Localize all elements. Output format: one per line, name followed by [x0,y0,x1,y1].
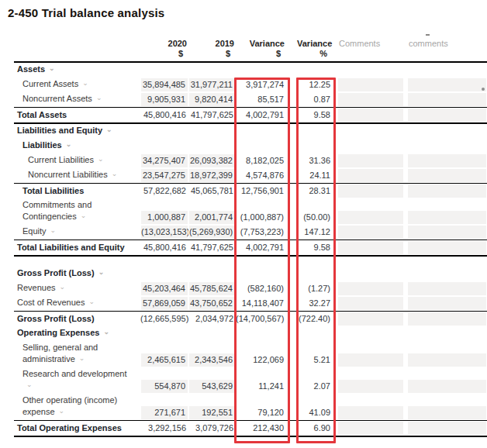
column-header-2019[interactable]: 2019 $ [188,39,236,59]
cell-comments-2-field[interactable] [407,327,487,340]
chevron-down-icon[interactable]: ⌄ [66,139,72,150]
row-label: Selling, general and administrative⌄ [14,342,140,367]
cell-comments-2-field[interactable] [407,312,487,326]
cell-variance-pct-value: 147.12 [297,226,333,239]
row-label: Total Liabilities and Equity [14,242,140,255]
cell-comments-field[interactable] [337,125,404,138]
cell-comments-field[interactable] [337,169,404,182]
cell-comments-field[interactable] [337,353,404,367]
cell-comments-field[interactable] [337,267,404,281]
table-row: Commitments and Contingencies⌄1,000,8872… [14,198,487,225]
cell-comments-2-field[interactable] [407,267,487,281]
cell-comments-field[interactable] [337,282,404,295]
chevron-down-icon[interactable]: ⌄ [112,168,118,180]
chevron-down-icon[interactable]: ⌄ [59,405,65,417]
cell-variance-usd-value: 3,917,274 [236,78,286,91]
table-row: Assets⌄ [14,63,487,78]
cell-comments-2-field[interactable] [407,93,487,106]
cell-2020-value: 1,000,887 [140,211,188,224]
row-label-text: Total Liabilities and Equity [17,243,125,252]
table-row: Selling, general and administrative⌄2,46… [14,341,487,367]
cell-2019-value: 192,551 [188,406,236,419]
cell-2019-value: 2,001,774 [188,211,236,224]
chevron-down-icon[interactable]: ⌄ [50,225,57,236]
cell-comments-2-field[interactable] [407,241,487,254]
table-row: Liabilities and Equity⌄ [14,124,487,139]
row-label: Research and development⌄ [14,368,140,394]
column-header-variance-pct[interactable]: Variance % [297,39,333,59]
table-row: Cost of Revenues⌄57,869,05943,750,65214,… [14,296,487,311]
cell-comments-field[interactable] [337,140,404,153]
cell-comments-field[interactable] [337,93,404,106]
cell-variance-pct-value [297,64,333,77]
chevron-down-icon[interactable]: ⌄ [26,379,33,391]
cell-comments-2-field[interactable] [407,353,487,367]
cell-2020-value: 2,465,615 [140,353,188,367]
cell-variance-usd-value: 4,002,791 [236,109,286,122]
cell-comments-2-field[interactable] [407,109,487,122]
chevron-down-icon[interactable]: ⌄ [88,296,95,308]
cell-2020-value: (13,023,153) [140,226,188,239]
chevron-down-icon[interactable]: ⌄ [82,78,88,89]
cell-variance-usd-value [236,125,286,138]
column-header-2020[interactable]: 2020 $ [140,39,188,59]
table-row: Operating Expenses⌄ [14,326,487,341]
cell-comments-field[interactable] [337,241,404,254]
cell-comments-2-field[interactable] [407,297,487,310]
cell-comments-2-field[interactable] [407,125,487,138]
column-header-comments[interactable]: Comments [337,39,404,59]
chevron-down-icon[interactable]: ⌄ [79,353,85,364]
cell-comments-2-field[interactable] [407,406,487,419]
chevron-down-icon[interactable]: ⌄ [49,63,55,74]
cell-comments-field[interactable] [337,380,404,393]
cell-comments-2-field[interactable] [407,184,487,198]
chevron-down-icon[interactable]: ⌄ [81,210,87,222]
cell-comments-field[interactable] [337,154,404,167]
cell-comments-field[interactable] [337,78,404,91]
cell-comments-field[interactable] [337,109,404,122]
cell-comments-2-field[interactable] [407,422,487,435]
chevron-down-icon[interactable]: ⌄ [103,326,109,338]
cell-2019-value: 2,343,546 [188,353,236,367]
cell-comments-field[interactable] [337,64,404,77]
cell-comments-field[interactable] [337,312,404,326]
cell-comments-2-field[interactable] [407,78,487,91]
row-label-text: Current Liabilities [28,155,94,164]
cell-comments-2-field[interactable] [407,154,487,167]
cell-comments-field[interactable] [337,422,404,435]
cell-comments-field[interactable] [337,297,404,310]
column-header-variance-usd[interactable]: Variance $ [236,39,286,59]
cell-comments-field[interactable] [337,226,404,239]
cell-comments-field[interactable] [337,406,404,419]
cell-2020-value: 3,292,156 [140,422,188,435]
cell-comments-2-field[interactable] [407,226,487,239]
chevron-down-icon[interactable]: ⌄ [98,267,105,278]
cell-2019-value: 9,820,414 [188,93,236,106]
cell-2019-value [188,267,236,281]
row-label: Operating Expenses⌄ [14,327,140,341]
row-label-text: Equity [22,226,47,236]
cell-comments-2-field[interactable] [407,282,487,295]
cell-comments-2-field[interactable] [407,140,487,153]
cell-variance-pct-value [297,125,333,138]
row-label: Gross Profit (Loss) [14,313,140,326]
chevron-down-icon[interactable]: ⌄ [106,124,112,136]
cell-comments-field[interactable] [337,327,404,340]
trial-balance-table: 2020 $ 2019 $ Variance $ Variance % Comm… [14,39,487,437]
table-row: Gross Profit (Loss)(12,665,595)2,034,972… [14,311,487,326]
cell-comments-field[interactable] [337,184,404,198]
cell-comments-2-field[interactable] [407,380,487,393]
cell-comments-2-field[interactable] [407,64,487,77]
cell-variance-usd-value: 12,756,901 [236,184,286,198]
cell-comments-2-field[interactable] [407,211,487,224]
cell-comments-2-field[interactable] [407,169,487,182]
row-label: Gross Profit (Loss)⌄ [14,267,140,281]
column-header-comments-2[interactable]: comments [407,39,487,59]
cell-variance-pct-value: 28.31 [297,184,333,198]
chevron-down-icon[interactable]: ⌄ [96,92,102,104]
cell-comments-field[interactable] [337,211,404,224]
table-row: Noncurrent Assets⌄9,905,9319,820,41485,5… [14,92,487,107]
chevron-down-icon[interactable]: ⌄ [98,153,104,165]
row-label-text: Revenues [17,283,56,292]
chevron-down-icon[interactable]: ⌄ [60,281,66,293]
